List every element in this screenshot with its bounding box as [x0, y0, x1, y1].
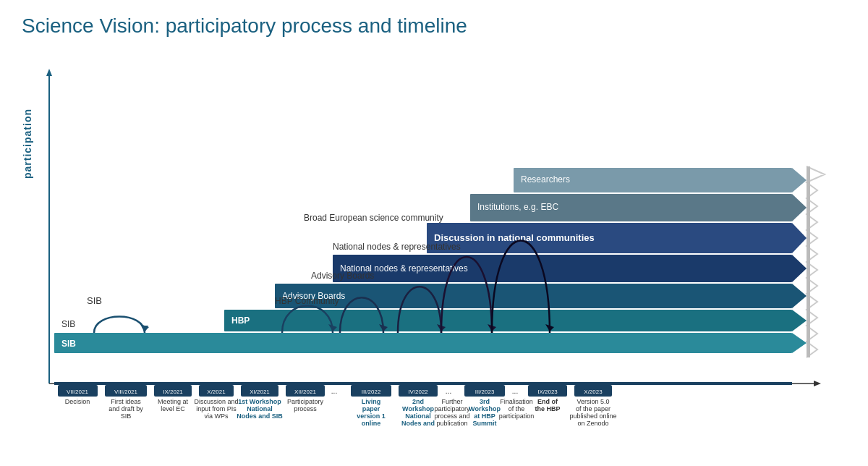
main-container: Science Vision: participatory process an… — [0, 0, 868, 466]
svg-text:III/2023: III/2023 — [475, 389, 495, 395]
svg-rect-7 — [224, 310, 792, 331]
svg-text:SIB: SIB — [121, 412, 132, 420]
svg-text:at HBP: at HBP — [474, 412, 495, 420]
svg-text:via WPs: via WPs — [204, 412, 229, 420]
svg-text:version 1: version 1 — [357, 412, 386, 420]
svg-marker-21 — [792, 194, 807, 221]
svg-text:III/2022: III/2022 — [362, 389, 381, 395]
svg-marker-33 — [140, 324, 149, 331]
svg-text:the HBP: the HBP — [535, 405, 560, 412]
svg-marker-9 — [792, 310, 807, 331]
svg-text:...: ... — [331, 387, 337, 395]
svg-text:First ideas: First ideas — [111, 398, 141, 405]
svg-rect-25 — [807, 166, 810, 357]
svg-text:Broad European science communi: Broad European science community — [304, 213, 443, 223]
svg-text:HBP: HBP — [231, 315, 250, 326]
svg-marker-3 — [814, 381, 821, 386]
svg-text:XII/2021: XII/2021 — [294, 389, 316, 395]
svg-text:published online: published online — [569, 412, 616, 420]
svg-text:Workshop: Workshop — [469, 405, 501, 412]
svg-text:participatory: participatory — [434, 405, 470, 412]
svg-text:paper: paper — [362, 405, 380, 412]
svg-text:SIB: SIB — [61, 339, 76, 349]
svg-text:2nd: 2nd — [412, 398, 424, 405]
main-diagram-svg: SIB HBP Advisory Boards National nodes &… — [22, 51, 846, 427]
svg-text:X/2021: X/2021 — [207, 389, 226, 395]
svg-text:IX/2023: IX/2023 — [537, 389, 558, 395]
svg-text:SIB: SIB — [61, 319, 75, 329]
svg-text:Institutions, e.g. EBC: Institutions, e.g. EBC — [477, 202, 558, 212]
svg-text:Living: Living — [362, 398, 381, 405]
svg-marker-15 — [792, 255, 807, 282]
svg-text:National nodes & representativ: National nodes & representatives — [333, 242, 461, 252]
svg-text:publication: publication — [436, 420, 467, 427]
svg-text:HBP Community: HBP Community — [275, 296, 339, 306]
svg-text:and draft by: and draft by — [109, 405, 143, 412]
svg-text:VII/2021: VII/2021 — [67, 389, 88, 395]
svg-marker-1 — [46, 69, 52, 76]
svg-rect-39 — [54, 382, 792, 385]
svg-marker-24 — [792, 168, 807, 192]
svg-text:...: ... — [446, 387, 451, 395]
svg-text:SIB: SIB — [87, 295, 102, 306]
svg-marker-18 — [792, 223, 807, 253]
svg-text:Advisory Boards: Advisory Boards — [311, 271, 374, 281]
svg-text:of the: of the — [509, 405, 525, 412]
svg-text:National: National — [405, 412, 431, 420]
svg-text:Researchers: Researchers — [521, 174, 570, 185]
page-title: Science Vision: participatory process an… — [22, 14, 846, 38]
svg-text:1st Workshop: 1st Workshop — [238, 398, 281, 405]
svg-text:process and: process and — [434, 412, 469, 420]
svg-text:National: National — [247, 405, 273, 412]
svg-marker-6 — [792, 333, 807, 353]
svg-text:X/2023: X/2023 — [584, 389, 603, 395]
svg-text:Discussion and: Discussion and — [194, 398, 238, 405]
svg-text:Participatory: Participatory — [287, 398, 324, 405]
diagram-area: participation SIB HBP Advisory Boards — [22, 51, 846, 427]
svg-text:IX/2021: IX/2021 — [163, 389, 183, 395]
svg-text:3rd: 3rd — [480, 398, 490, 405]
svg-text:Version 5.0: Version 5.0 — [576, 398, 609, 405]
svg-text:participation: participation — [499, 412, 535, 420]
svg-text:online: online — [362, 420, 381, 427]
svg-text:input from PIs: input from PIs — [196, 405, 237, 412]
svg-text:level EC: level EC — [161, 405, 185, 412]
svg-rect-10 — [275, 284, 792, 308]
svg-text:Summit: Summit — [472, 420, 496, 427]
svg-text:Meeting at: Meeting at — [158, 398, 189, 405]
svg-text:Further: Further — [441, 398, 462, 405]
svg-text:Decision: Decision — [65, 398, 90, 405]
svg-text:...: ... — [512, 387, 518, 395]
svg-text:on Zenodo: on Zenodo — [577, 420, 608, 427]
svg-rect-4 — [54, 333, 792, 353]
svg-text:End of: End of — [537, 398, 558, 405]
svg-text:IV/2022: IV/2022 — [408, 389, 428, 395]
svg-text:Workshop: Workshop — [402, 405, 434, 412]
svg-text:process: process — [294, 405, 317, 412]
svg-text:XI/2021: XI/2021 — [250, 389, 270, 395]
svg-text:VIII/2021: VIII/2021 — [114, 389, 138, 395]
svg-marker-12 — [792, 284, 807, 308]
svg-text:Nodes and SIB: Nodes and SIB — [237, 412, 283, 420]
svg-text:Finalisation: Finalisation — [500, 398, 533, 405]
svg-text:of the paper: of the paper — [576, 405, 610, 412]
svg-text:Nodes and: Nodes and — [401, 420, 435, 427]
